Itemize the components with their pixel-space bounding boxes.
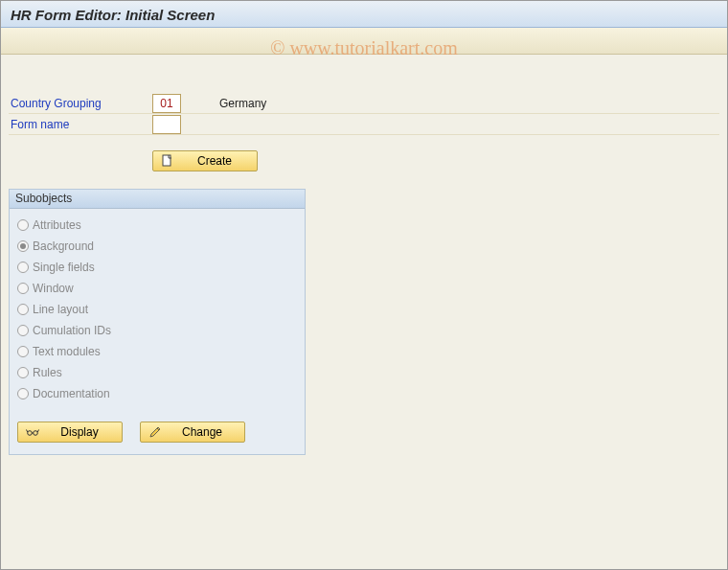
change-button[interactable]: Change bbox=[140, 422, 245, 443]
radio-label: Attributes bbox=[33, 218, 81, 232]
radio-icon bbox=[17, 262, 29, 273]
radio-icon bbox=[17, 219, 29, 231]
radio-icon bbox=[17, 367, 29, 378]
radio-text-modules[interactable]: Text modules bbox=[17, 341, 297, 362]
create-button-label: Create bbox=[180, 154, 249, 168]
svg-point-2 bbox=[34, 431, 38, 436]
country-grouping-input[interactable] bbox=[152, 94, 181, 113]
svg-marker-6 bbox=[150, 427, 160, 437]
subobjects-body: Attributes Background Single fields Wind… bbox=[10, 209, 305, 454]
radio-icon bbox=[17, 388, 29, 399]
form-name-label: Form name bbox=[9, 118, 152, 131]
radio-icon bbox=[17, 304, 29, 315]
new-document-icon bbox=[161, 154, 174, 168]
glasses-icon bbox=[26, 425, 39, 439]
display-button[interactable]: Display bbox=[17, 422, 123, 443]
pencil-icon bbox=[148, 425, 162, 439]
country-grouping-text: Germany bbox=[219, 97, 266, 110]
radio-label: Background bbox=[33, 239, 94, 253]
create-button-wrap: Create bbox=[152, 150, 719, 171]
radio-icon bbox=[17, 240, 29, 252]
svg-rect-0 bbox=[163, 155, 171, 166]
row-form-name: Form name bbox=[9, 114, 719, 135]
title-bar: HR Form Editor: Initial Screen bbox=[1, 1, 727, 28]
svg-line-4 bbox=[27, 430, 28, 433]
radio-background[interactable]: Background bbox=[17, 236, 297, 257]
radio-line-layout[interactable]: Line layout bbox=[17, 299, 297, 320]
radio-label: Documentation bbox=[33, 387, 110, 400]
radio-single-fields[interactable]: Single fields bbox=[17, 257, 297, 278]
country-grouping-label: Country Grouping bbox=[9, 97, 152, 110]
radio-label: Cumulation IDs bbox=[33, 324, 111, 337]
radio-icon bbox=[17, 346, 29, 357]
radio-label: Single fields bbox=[33, 261, 95, 274]
svg-point-1 bbox=[28, 431, 33, 436]
radio-rules[interactable]: Rules bbox=[17, 362, 297, 383]
page-title: HR Form Editor: Initial Screen bbox=[11, 7, 215, 23]
toolbar bbox=[1, 28, 727, 55]
radio-icon bbox=[17, 283, 29, 294]
subobjects-actions: Display Change bbox=[17, 422, 297, 443]
radio-label: Rules bbox=[33, 366, 62, 379]
radio-icon bbox=[17, 325, 29, 336]
radio-window[interactable]: Window bbox=[17, 278, 297, 299]
radio-cumulation-ids[interactable]: Cumulation IDs bbox=[17, 320, 297, 341]
display-button-label: Display bbox=[45, 425, 114, 439]
radio-documentation[interactable]: Documentation bbox=[17, 383, 297, 404]
content-area: Country Grouping Germany Form name Creat… bbox=[1, 55, 727, 463]
radio-label: Window bbox=[33, 282, 74, 295]
form-name-input[interactable] bbox=[152, 115, 181, 134]
create-button[interactable]: Create bbox=[152, 150, 258, 171]
svg-line-5 bbox=[37, 430, 38, 433]
subobjects-header: Subobjects bbox=[10, 190, 305, 209]
subobjects-groupbox: Subobjects Attributes Background Single … bbox=[9, 189, 306, 455]
row-country-grouping: Country Grouping Germany bbox=[9, 93, 719, 114]
change-button-label: Change bbox=[168, 425, 237, 439]
radio-label: Line layout bbox=[33, 303, 88, 316]
radio-label: Text modules bbox=[33, 345, 101, 358]
radio-attributes[interactable]: Attributes bbox=[17, 215, 297, 236]
